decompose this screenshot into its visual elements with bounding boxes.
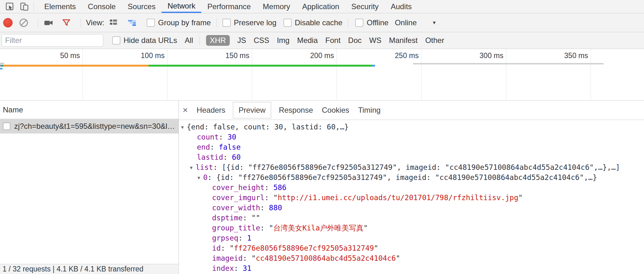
expand-triangle-icon[interactable]: ▼: [197, 173, 203, 183]
json-tree-line: grpseq: 1: [181, 233, 644, 243]
timeline-gridline: [252, 49, 252, 100]
json-tree-line: dsptime: "": [181, 213, 644, 223]
json-token-key: cover_width: [212, 204, 260, 212]
detail-tabs: × HeadersPreviewResponseCookiesTiming: [179, 101, 644, 120]
device-toolbar-icon[interactable]: [19, 1, 30, 12]
view-waterfall-icon[interactable]: [127, 17, 138, 28]
json-token-num: 30: [228, 133, 236, 141]
json-token-str: ff276e8056f58896e7cf92505a312749: [234, 244, 374, 252]
segment-end: [372, 65, 375, 67]
filter-type-media[interactable]: Media: [297, 36, 318, 45]
json-token-key: 0: [203, 173, 208, 182]
filter-type-manifest[interactable]: Manifest: [389, 36, 418, 45]
offline-checkbox[interactable]: [355, 19, 363, 27]
tab-console[interactable]: Console: [82, 0, 122, 13]
record-button[interactable]: [3, 18, 13, 27]
timeline-gridline: [506, 49, 506, 100]
detail-tab-preview[interactable]: Preview: [233, 102, 271, 118]
timeline-tick-label: 100 ms: [117, 51, 165, 60]
tab-security[interactable]: Security: [345, 0, 385, 13]
filter-funnel-icon[interactable]: [61, 17, 72, 28]
inspect-element-icon[interactable]: [4, 1, 15, 12]
requests-table: Name zj?ch=beauty&t1=595&listtype=new&sn…: [0, 101, 179, 274]
json-token-key: id: [212, 244, 221, 252]
expand-triangle-icon[interactable]: ▼: [190, 163, 196, 173]
expand-triangle-icon[interactable]: ▼: [181, 122, 187, 132]
json-tree-line[interactable]: ▼{end: false, count: 30, lastid: 60,…}: [181, 122, 644, 132]
json-token-plain: :: [234, 264, 243, 272]
toolbar-separator: [38, 18, 38, 27]
clear-icon[interactable]: [18, 17, 29, 28]
request-row-checkbox[interactable]: [3, 122, 10, 130]
preserve-log-checkbox[interactable]: [222, 19, 231, 27]
filter-type-font[interactable]: Font: [325, 36, 341, 45]
requests-and-details: Name zj?ch=beauty&t1=595&listtype=new&sn…: [0, 101, 644, 274]
filter-type-all[interactable]: All: [185, 36, 193, 45]
screenshot-camera-icon[interactable]: [43, 17, 54, 28]
detail-tab-cookies[interactable]: Cookies: [322, 106, 349, 115]
tab-performance[interactable]: Performance: [201, 0, 257, 13]
resource-type-filters: AllXHRJSCSSImgMediaFontDocWSManifestOthe…: [177, 35, 444, 46]
throttling-select[interactable]: Online: [395, 18, 416, 27]
json-tree-line[interactable]: ▼list: [{id: "ff276e8056f58896e7cf92505a…: [181, 162, 644, 172]
filter-type-other[interactable]: Other: [425, 36, 444, 45]
request-row[interactable]: zj?ch=beauty&t1=595&listtype=new&sn=30&l…: [0, 119, 179, 134]
name-column-header[interactable]: Name: [0, 101, 179, 119]
detail-tab-response[interactable]: Response: [279, 106, 313, 115]
tab-application[interactable]: Application: [296, 0, 345, 13]
tab-elements[interactable]: Elements: [38, 0, 82, 13]
detail-tab-headers[interactable]: Headers: [197, 106, 225, 115]
filter-type-xhr[interactable]: XHR: [206, 35, 230, 46]
json-token-key: cover_height: [212, 183, 264, 192]
filter-type-doc[interactable]: Doc: [348, 36, 362, 45]
json-tree-line: cover_imgurl: "http://i1.umei.cc/uploads…: [181, 193, 644, 203]
json-token-key: count: [197, 133, 219, 141]
json-tree-line: lastid: 60: [181, 152, 644, 162]
tab-memory[interactable]: Memory: [257, 0, 296, 13]
json-tree-line: imageid: "cc48190e57100864abc4d55a2c4104…: [181, 253, 644, 263]
json-tree-line[interactable]: ▼0: {id: "ff276e8056f58896e7cf92505a3127…: [181, 172, 644, 182]
view-list-icon[interactable]: [108, 17, 119, 28]
timeline-tick-label: 350 ms: [541, 51, 588, 60]
timeline-gridline: [421, 49, 422, 100]
devtools-window: ElementsConsoleSourcesNetworkPerformance…: [0, 0, 644, 274]
network-toolbar: View: Group by frame Preserve log Disabl…: [0, 13, 644, 32]
tab-network[interactable]: Network: [161, 0, 201, 13]
json-token-key: end: [197, 143, 210, 151]
view-label: View:: [86, 18, 104, 27]
json-token-plain: ": [518, 194, 523, 202]
filter-type-ws[interactable]: WS: [369, 36, 381, 45]
filter-type-css[interactable]: CSS: [254, 36, 269, 45]
offline-label[interactable]: Offline: [367, 18, 388, 27]
detail-tab-timing[interactable]: Timing: [358, 106, 380, 115]
json-token-num: false: [219, 143, 240, 151]
json-token-plain: : ": [264, 194, 278, 202]
group-by-frame-checkbox[interactable]: [147, 19, 155, 27]
tab-audits[interactable]: Audits: [385, 0, 418, 13]
json-token-plain: :: [210, 143, 219, 151]
timeline-tick-label: 300 ms: [456, 51, 503, 60]
json-token-key: list: [196, 163, 213, 171]
hide-data-urls-checkbox[interactable]: [112, 36, 120, 45]
json-token-plain: :: [219, 133, 228, 141]
filter-type-js[interactable]: JS: [237, 36, 246, 45]
network-overview[interactable]: 50 ms100 ms150 ms200 ms250 ms300 ms350 m…: [0, 49, 644, 101]
chevron-down-icon[interactable]: ▼: [432, 20, 437, 25]
json-token-plain: :: [238, 234, 247, 242]
hide-data-urls-label[interactable]: Hide data URLs: [124, 36, 177, 45]
json-tree-line: group_title: "台湾美女Kila户外唯美写真": [181, 223, 644, 233]
json-token-plain: [{id: "ff276e8056f58896e7cf92505a312749"…: [222, 163, 620, 171]
disable-cache-checkbox[interactable]: [283, 19, 292, 27]
request-name: zj?ch=beauty&t1=595&listtype=new&sn=30&l…: [14, 122, 175, 131]
disable-cache-label[interactable]: Disable cache: [295, 18, 343, 27]
json-token-key: imageid: [212, 254, 243, 262]
tab-sources[interactable]: Sources: [122, 0, 161, 13]
filter-input[interactable]: [2, 34, 103, 47]
close-icon[interactable]: ×: [183, 106, 188, 115]
preserve-log-label[interactable]: Preserve log: [234, 18, 276, 27]
filter-type-img[interactable]: Img: [277, 36, 289, 45]
json-token-plain: : ": [260, 224, 273, 232]
group-by-frame-label[interactable]: Group by frame: [158, 18, 211, 27]
json-token-plain: :: [213, 163, 222, 171]
toolbar-separator: [348, 18, 348, 27]
